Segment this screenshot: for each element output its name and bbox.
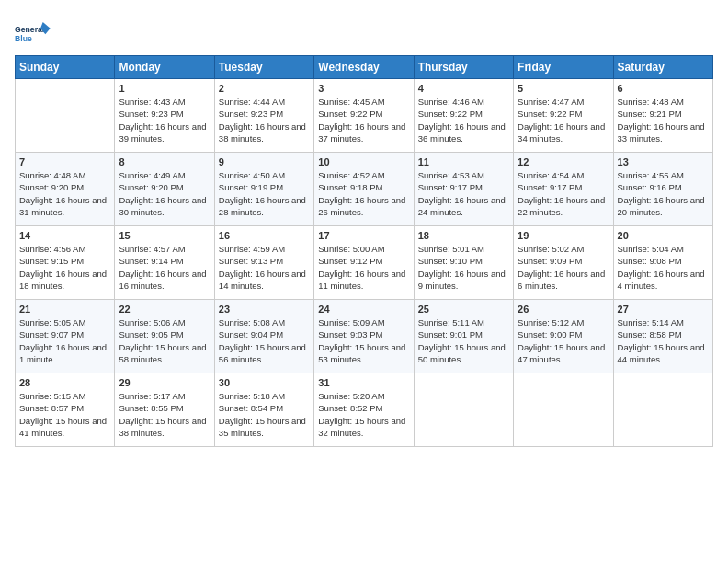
day-header-sunday: Sunday — [16, 56, 115, 79]
svg-text:General: General — [15, 25, 44, 34]
day-info: Sunrise: 5:11 AMSunset: 9:01 PMDaylight:… — [418, 316, 509, 365]
calendar-cell: 31Sunrise: 5:20 AMSunset: 8:52 PMDayligh… — [314, 373, 414, 447]
calendar-cell: 15Sunrise: 4:57 AMSunset: 9:14 PMDayligh… — [115, 226, 214, 300]
day-info: Sunrise: 4:48 AMSunset: 9:20 PMDaylight:… — [19, 169, 110, 218]
calendar-cell: 29Sunrise: 5:17 AMSunset: 8:55 PMDayligh… — [115, 373, 214, 447]
logo: General Blue — [15, 15, 51, 52]
day-number: 17 — [318, 230, 409, 241]
calendar-cell: 18Sunrise: 5:01 AMSunset: 9:10 PMDayligh… — [414, 226, 513, 300]
calendar-cell: 20Sunrise: 5:04 AMSunset: 9:08 PMDayligh… — [613, 226, 712, 300]
day-info: Sunrise: 5:06 AMSunset: 9:05 PMDaylight:… — [119, 316, 210, 365]
day-number: 29 — [119, 377, 210, 388]
day-number: 24 — [318, 304, 409, 315]
calendar-cell: 11Sunrise: 4:53 AMSunset: 9:17 PMDayligh… — [414, 153, 513, 226]
calendar-cell: 16Sunrise: 4:59 AMSunset: 9:13 PMDayligh… — [214, 226, 313, 300]
day-info: Sunrise: 4:47 AMSunset: 9:22 PMDaylight:… — [518, 96, 609, 144]
calendar-cell: 2Sunrise: 4:44 AMSunset: 9:23 PMDaylight… — [214, 79, 313, 153]
day-info: Sunrise: 4:50 AMSunset: 9:19 PMDaylight:… — [219, 169, 310, 218]
calendar-cell: 7Sunrise: 4:48 AMSunset: 9:20 PMDaylight… — [16, 153, 115, 226]
calendar-cell: 1Sunrise: 4:43 AMSunset: 9:23 PMDaylight… — [115, 79, 214, 153]
day-number: 23 — [219, 304, 310, 315]
day-header-saturday: Saturday — [613, 56, 712, 79]
calendar-cell: 9Sunrise: 4:50 AMSunset: 9:19 PMDaylight… — [214, 153, 313, 226]
day-info: Sunrise: 4:59 AMSunset: 9:13 PMDaylight:… — [219, 243, 310, 292]
day-number: 21 — [19, 304, 110, 315]
day-number: 9 — [219, 156, 310, 167]
day-info: Sunrise: 4:46 AMSunset: 9:22 PMDaylight:… — [418, 96, 509, 144]
week-row-3: 14Sunrise: 4:56 AMSunset: 9:15 PMDayligh… — [16, 226, 713, 300]
day-number: 4 — [418, 83, 509, 94]
day-number: 16 — [219, 230, 310, 241]
day-number: 6 — [618, 83, 709, 94]
calendar-cell: 23Sunrise: 5:08 AMSunset: 9:04 PMDayligh… — [214, 300, 313, 373]
day-number: 31 — [318, 377, 409, 388]
day-info: Sunrise: 4:49 AMSunset: 9:20 PMDaylight:… — [119, 169, 210, 218]
calendar-cell: 24Sunrise: 5:09 AMSunset: 9:03 PMDayligh… — [314, 300, 414, 373]
day-number: 12 — [518, 156, 609, 167]
day-number: 8 — [119, 156, 210, 167]
day-info: Sunrise: 5:09 AMSunset: 9:03 PMDaylight:… — [318, 316, 409, 365]
day-number: 27 — [618, 304, 709, 315]
calendar-cell: 13Sunrise: 4:55 AMSunset: 9:16 PMDayligh… — [613, 153, 712, 226]
calendar-cell — [613, 373, 712, 447]
calendar-cell: 4Sunrise: 4:46 AMSunset: 9:22 PMDaylight… — [414, 79, 513, 153]
day-number: 19 — [518, 230, 609, 241]
day-number: 20 — [618, 230, 709, 241]
day-info: Sunrise: 5:12 AMSunset: 9:00 PMDaylight:… — [518, 316, 609, 365]
week-row-1: 1Sunrise: 4:43 AMSunset: 9:23 PMDaylight… — [16, 79, 713, 153]
day-info: Sunrise: 4:44 AMSunset: 9:23 PMDaylight:… — [219, 96, 310, 144]
calendar-cell: 10Sunrise: 4:52 AMSunset: 9:18 PMDayligh… — [314, 153, 414, 226]
day-info: Sunrise: 4:56 AMSunset: 9:15 PMDaylight:… — [19, 243, 110, 292]
day-number: 14 — [19, 230, 110, 241]
calendar-cell: 26Sunrise: 5:12 AMSunset: 9:00 PMDayligh… — [514, 300, 613, 373]
calendar-cell — [414, 373, 513, 447]
day-number: 13 — [618, 156, 709, 167]
day-info: Sunrise: 5:18 AMSunset: 8:54 PMDaylight:… — [219, 390, 310, 439]
calendar-table: SundayMondayTuesdayWednesdayThursdayFrid… — [15, 55, 713, 447]
day-info: Sunrise: 5:17 AMSunset: 8:55 PMDaylight:… — [119, 390, 210, 439]
day-info: Sunrise: 4:48 AMSunset: 9:21 PMDaylight:… — [618, 96, 709, 144]
day-number: 18 — [418, 230, 509, 241]
day-info: Sunrise: 5:05 AMSunset: 9:07 PMDaylight:… — [19, 316, 110, 365]
day-info: Sunrise: 4:55 AMSunset: 9:16 PMDaylight:… — [618, 169, 709, 218]
week-row-4: 21Sunrise: 5:05 AMSunset: 9:07 PMDayligh… — [16, 300, 713, 373]
day-number: 7 — [19, 156, 110, 167]
day-info: Sunrise: 5:20 AMSunset: 8:52 PMDaylight:… — [318, 390, 409, 439]
calendar-cell: 27Sunrise: 5:14 AMSunset: 8:58 PMDayligh… — [613, 300, 712, 373]
header-row: SundayMondayTuesdayWednesdayThursdayFrid… — [16, 56, 713, 79]
calendar-cell: 30Sunrise: 5:18 AMSunset: 8:54 PMDayligh… — [214, 373, 313, 447]
calendar-cell: 14Sunrise: 4:56 AMSunset: 9:15 PMDayligh… — [16, 226, 115, 300]
day-info: Sunrise: 5:02 AMSunset: 9:09 PMDaylight:… — [518, 243, 609, 292]
day-number: 10 — [318, 156, 409, 167]
day-number: 2 — [219, 83, 310, 94]
calendar-cell: 21Sunrise: 5:05 AMSunset: 9:07 PMDayligh… — [16, 300, 115, 373]
day-number: 3 — [318, 83, 409, 94]
calendar-cell — [514, 373, 613, 447]
day-info: Sunrise: 5:15 AMSunset: 8:57 PMDaylight:… — [19, 390, 110, 439]
calendar-cell: 19Sunrise: 5:02 AMSunset: 9:09 PMDayligh… — [514, 226, 613, 300]
calendar-cell: 3Sunrise: 4:45 AMSunset: 9:22 PMDaylight… — [314, 79, 414, 153]
calendar-cell: 8Sunrise: 4:49 AMSunset: 9:20 PMDaylight… — [115, 153, 214, 226]
day-number: 5 — [518, 83, 609, 94]
calendar-cell: 6Sunrise: 4:48 AMSunset: 9:21 PMDaylight… — [613, 79, 712, 153]
day-header-wednesday: Wednesday — [314, 56, 414, 79]
day-header-monday: Monday — [115, 56, 214, 79]
svg-text:Blue: Blue — [15, 34, 32, 43]
page-header: General Blue — [15, 15, 713, 52]
day-info: Sunrise: 5:08 AMSunset: 9:04 PMDaylight:… — [219, 316, 310, 365]
day-number: 15 — [119, 230, 210, 241]
calendar-cell: 17Sunrise: 5:00 AMSunset: 9:12 PMDayligh… — [314, 226, 414, 300]
day-number: 22 — [119, 304, 210, 315]
day-number: 25 — [418, 304, 509, 315]
day-info: Sunrise: 4:43 AMSunset: 9:23 PMDaylight:… — [119, 96, 210, 144]
calendar-cell: 22Sunrise: 5:06 AMSunset: 9:05 PMDayligh… — [115, 300, 214, 373]
day-info: Sunrise: 4:53 AMSunset: 9:17 PMDaylight:… — [418, 169, 509, 218]
week-row-5: 28Sunrise: 5:15 AMSunset: 8:57 PMDayligh… — [16, 373, 713, 447]
calendar-cell — [16, 79, 115, 153]
day-number: 30 — [219, 377, 310, 388]
day-header-tuesday: Tuesday — [214, 56, 313, 79]
day-header-thursday: Thursday — [414, 56, 513, 79]
day-info: Sunrise: 5:00 AMSunset: 9:12 PMDaylight:… — [318, 243, 409, 292]
calendar-cell: 5Sunrise: 4:47 AMSunset: 9:22 PMDaylight… — [514, 79, 613, 153]
calendar-cell: 25Sunrise: 5:11 AMSunset: 9:01 PMDayligh… — [414, 300, 513, 373]
